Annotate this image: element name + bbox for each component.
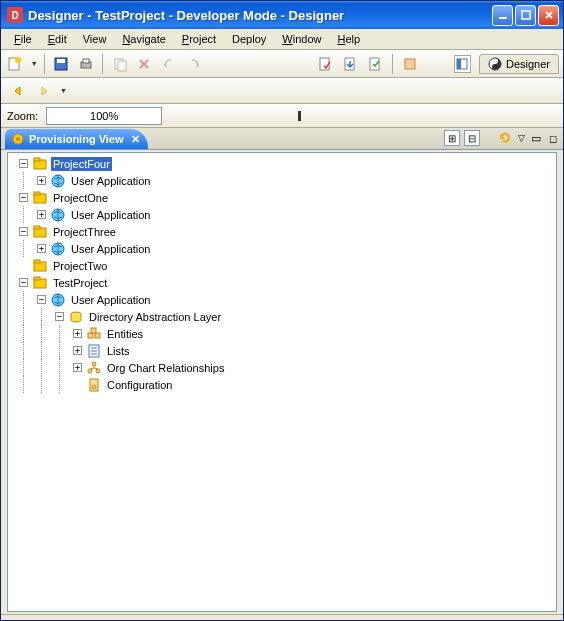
- tree-node-label[interactable]: Configuration: [105, 378, 174, 392]
- svg-rect-0: [499, 17, 507, 19]
- collapse-icon[interactable]: −: [55, 312, 64, 321]
- tree-node-label[interactable]: Directory Abstraction Layer: [87, 310, 223, 324]
- tree-node[interactable]: −Directory Abstraction Layer: [8, 308, 556, 325]
- tree-node-label[interactable]: User Application: [69, 242, 153, 256]
- tree-node[interactable]: +User Application: [8, 172, 556, 189]
- minimize-button[interactable]: [492, 5, 513, 26]
- tree-node[interactable]: +Org Chart Relationships: [8, 359, 556, 376]
- copy-button[interactable]: [109, 53, 130, 75]
- tree-node[interactable]: −ProjectFour: [8, 155, 556, 172]
- svg-rect-13: [405, 59, 415, 69]
- nav-forward-button[interactable]: [33, 80, 55, 102]
- undo-button[interactable]: [159, 53, 180, 75]
- project-icon: [32, 190, 48, 206]
- designer-perspective-tab[interactable]: Designer: [479, 54, 559, 74]
- tree-node-label[interactable]: User Application: [69, 208, 153, 222]
- svg-rect-15: [457, 59, 461, 69]
- expand-icon[interactable]: +: [37, 210, 46, 219]
- redo-button[interactable]: [184, 53, 205, 75]
- nav-dropdown-icon[interactable]: ▼: [60, 87, 67, 94]
- tree-view[interactable]: −ProjectFour+User Application−ProjectOne…: [7, 152, 557, 612]
- svg-rect-9: [118, 61, 126, 71]
- collapse-all-button[interactable]: ⊟: [464, 130, 480, 146]
- deploy-button[interactable]: [341, 53, 362, 75]
- svg-rect-7: [83, 59, 89, 63]
- collapse-icon[interactable]: −: [19, 227, 28, 236]
- tree-node-label[interactable]: ProjectOne: [51, 191, 110, 205]
- zoom-slider[interactable]: [298, 111, 301, 121]
- tree-node[interactable]: Configuration: [8, 376, 556, 393]
- expand-icon[interactable]: +: [73, 329, 82, 338]
- tree-node[interactable]: +Lists: [8, 342, 556, 359]
- tree-node-label[interactable]: TestProject: [51, 276, 109, 290]
- menu-window[interactable]: Window: [275, 31, 328, 47]
- expand-icon[interactable]: +: [73, 346, 82, 355]
- tree-node-label[interactable]: ProjectTwo: [51, 259, 109, 273]
- org-icon: [86, 360, 102, 376]
- userapp-icon: [50, 292, 66, 308]
- collapse-icon[interactable]: −: [19, 159, 28, 168]
- tree-node-label[interactable]: User Application: [69, 293, 153, 307]
- svg-rect-31: [34, 277, 40, 280]
- menu-project[interactable]: Project: [175, 31, 223, 47]
- tree-node-label[interactable]: ProjectThree: [51, 225, 118, 239]
- save-button[interactable]: [51, 53, 72, 75]
- delete-button[interactable]: [134, 53, 155, 75]
- menu-deploy[interactable]: Deploy: [225, 31, 273, 47]
- perspective-button[interactable]: [454, 55, 471, 73]
- tree-node[interactable]: +User Application: [8, 240, 556, 257]
- tree-node[interactable]: −TestProject: [8, 274, 556, 291]
- tree-node[interactable]: −ProjectOne: [8, 189, 556, 206]
- collapse-icon[interactable]: −: [19, 193, 28, 202]
- svg-rect-34: [88, 333, 93, 338]
- svg-rect-12: [370, 58, 379, 70]
- expand-icon[interactable]: +: [37, 244, 46, 253]
- tree-node[interactable]: ProjectTwo: [8, 257, 556, 274]
- tasks-button[interactable]: [399, 53, 420, 75]
- tree-node-label[interactable]: User Application: [69, 174, 153, 188]
- tree-node-label[interactable]: ProjectFour: [51, 157, 112, 171]
- tree-node[interactable]: +User Application: [8, 206, 556, 223]
- title-bar: D Designer - TestProject - Developer Mod…: [1, 1, 563, 29]
- validate-button[interactable]: [365, 53, 386, 75]
- view-tab-title: Provisioning View: [29, 133, 124, 145]
- tree-node[interactable]: +Entities: [8, 325, 556, 342]
- print-button[interactable]: [75, 53, 96, 75]
- expand-all-button[interactable]: ⊞: [444, 130, 460, 146]
- new-dropdown-icon[interactable]: ▼: [31, 60, 38, 67]
- provisioning-view-tab[interactable]: Provisioning View ✕: [5, 129, 148, 149]
- expand-icon[interactable]: +: [37, 176, 46, 185]
- doc-check-button[interactable]: [316, 53, 337, 75]
- zoom-input[interactable]: [46, 107, 162, 125]
- nav-back-button[interactable]: [7, 80, 29, 102]
- tree-node-label[interactable]: Org Chart Relationships: [105, 361, 226, 375]
- svg-point-42: [88, 369, 92, 373]
- menu-edit[interactable]: Edit: [41, 31, 74, 47]
- collapse-icon[interactable]: −: [19, 278, 28, 287]
- dal-icon: [68, 309, 84, 325]
- svg-rect-20: [34, 158, 40, 161]
- menu-bar: File Edit View Navigate Project Deploy W…: [1, 29, 563, 50]
- lists-icon: [86, 343, 102, 359]
- zoom-toolbar: Zoom:: [1, 104, 563, 128]
- tree-node-label[interactable]: Entities: [105, 327, 145, 341]
- minimize-view-icon[interactable]: ▭: [529, 132, 543, 145]
- expand-icon[interactable]: +: [73, 363, 82, 372]
- menu-navigate[interactable]: Navigate: [115, 31, 172, 47]
- tree-node[interactable]: −User Application: [8, 291, 556, 308]
- menu-help[interactable]: Help: [330, 31, 367, 47]
- tree-node[interactable]: −ProjectThree: [8, 223, 556, 240]
- view-menu-icon[interactable]: ▽: [518, 133, 525, 143]
- tree-node-label[interactable]: Lists: [105, 344, 132, 358]
- config-icon: [86, 377, 102, 393]
- maximize-view-icon[interactable]: ◻: [547, 133, 559, 144]
- new-button[interactable]: [5, 53, 26, 75]
- close-button[interactable]: [538, 5, 559, 26]
- view-tab-strip: Provisioning View ✕ ⊞ ⊟ ▽ ▭ ◻: [1, 128, 563, 150]
- refresh-button[interactable]: [496, 129, 514, 147]
- maximize-button[interactable]: [515, 5, 536, 26]
- menu-file[interactable]: File: [7, 31, 39, 47]
- menu-view[interactable]: View: [76, 31, 114, 47]
- collapse-icon[interactable]: −: [37, 295, 46, 304]
- view-close-icon[interactable]: ✕: [131, 133, 140, 146]
